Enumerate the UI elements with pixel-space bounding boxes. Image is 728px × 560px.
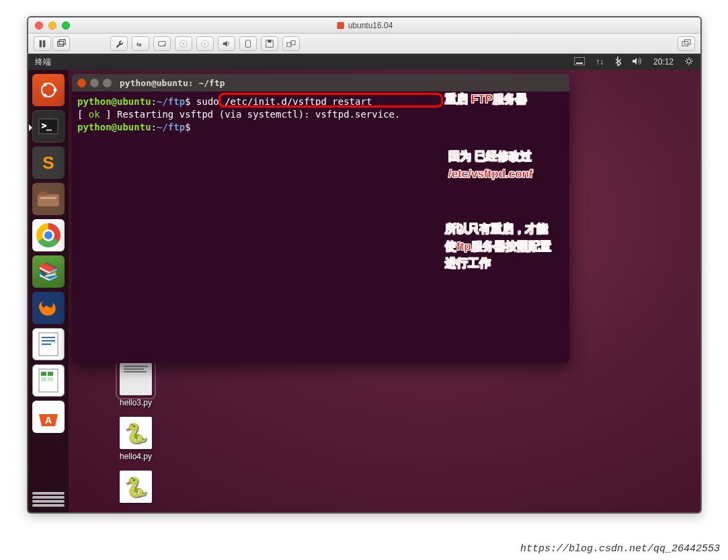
launcher-dash[interactable] bbox=[32, 74, 65, 106]
clock[interactable]: 20:12 bbox=[653, 57, 674, 67]
network-button[interactable]: ⇆ bbox=[132, 36, 149, 51]
disk-button[interactable] bbox=[153, 36, 171, 51]
svg-point-7 bbox=[164, 44, 165, 45]
svg-rect-35 bbox=[42, 344, 51, 345]
term-maximize-button[interactable] bbox=[103, 79, 112, 87]
chrome-icon bbox=[36, 223, 60, 247]
svg-rect-1 bbox=[40, 40, 42, 47]
svg-point-25 bbox=[44, 94, 47, 97]
fullscreen-button[interactable] bbox=[678, 36, 695, 51]
svg-text:⇆: ⇆ bbox=[136, 40, 142, 47]
annotation-3: 所以只有重启，才能使ftp服务器按照配置进行工作 bbox=[445, 221, 553, 272]
svg-rect-12 bbox=[246, 40, 251, 47]
desktop-file-hello4[interactable]: 🐍 hello4.py bbox=[109, 417, 163, 461]
gear-icon[interactable] bbox=[684, 56, 694, 68]
pause-button[interactable] bbox=[34, 36, 51, 51]
terminal-line-3: python@ubuntu:~/ftp$ bbox=[77, 121, 564, 134]
cd-button-2[interactable] bbox=[196, 36, 214, 51]
network-indicator-icon[interactable]: ↑↓ bbox=[596, 57, 604, 67]
command-text: sudo /etc/init.d/vsftpd restart bbox=[196, 96, 372, 107]
python-file-icon: 🐍 bbox=[120, 417, 152, 449]
svg-rect-40 bbox=[48, 377, 53, 381]
launcher-terminal[interactable]: >_ bbox=[32, 110, 65, 143]
launcher-software[interactable]: A bbox=[32, 401, 65, 433]
close-button[interactable] bbox=[35, 22, 43, 30]
vm-window: ubuntu16.04 ⇆ bbox=[27, 16, 702, 514]
svg-rect-37 bbox=[41, 372, 46, 376]
writer-icon bbox=[38, 331, 59, 357]
annotation-1: 重启 FTP服务器 bbox=[445, 91, 532, 108]
cd-icon bbox=[200, 39, 210, 48]
cd-button-1[interactable] bbox=[175, 36, 192, 51]
share-button[interactable] bbox=[282, 36, 300, 51]
svg-point-21 bbox=[687, 59, 691, 63]
popup-button[interactable] bbox=[52, 36, 70, 51]
terminal-titlebar[interactable]: python@ubuntu: ~/ftp bbox=[72, 74, 569, 91]
launcher-calc[interactable] bbox=[32, 364, 65, 397]
svg-rect-15 bbox=[287, 42, 291, 46]
watermark: https://blog.csdn.net/qq_26442553 bbox=[520, 543, 720, 555]
desktop-file-partial[interactable]: 🐍 bbox=[109, 471, 163, 506]
zoom-button[interactable] bbox=[62, 22, 70, 30]
term-close-button[interactable] bbox=[77, 79, 86, 87]
terminal-title: python@ubuntu: ~/ftp bbox=[120, 78, 225, 88]
books-icon: 📚 bbox=[38, 262, 59, 282]
mac-traffic-lights bbox=[28, 22, 70, 30]
calc-icon bbox=[38, 368, 59, 393]
svg-rect-29 bbox=[39, 192, 47, 196]
annotation-2: 因为 已经修改过 /etc/vsftpd.conf bbox=[448, 148, 542, 182]
vm-toolbar: ⇆ bbox=[28, 34, 700, 54]
disk-icon bbox=[157, 39, 167, 48]
unity-launcher: >_ S 📚 A bbox=[28, 70, 69, 512]
popup-icon bbox=[56, 39, 66, 48]
svg-point-9 bbox=[183, 42, 185, 44]
svg-rect-20 bbox=[576, 63, 583, 64]
minimize-button[interactable] bbox=[48, 22, 56, 30]
cd-icon bbox=[179, 39, 188, 48]
network-icon: ⇆ bbox=[136, 39, 145, 48]
launcher-files[interactable] bbox=[32, 183, 65, 215]
launcher-firefox[interactable] bbox=[32, 292, 65, 324]
usb-icon bbox=[243, 39, 253, 48]
floppy-button[interactable] bbox=[261, 36, 278, 51]
file-label: hello4.py bbox=[109, 452, 163, 461]
svg-point-23 bbox=[54, 89, 57, 92]
ubuntu-desktop: 终端 ↑↓ 20:12 bbox=[28, 54, 700, 512]
pause-icon bbox=[38, 39, 47, 48]
svg-rect-2 bbox=[43, 40, 46, 47]
vm-icon bbox=[336, 21, 346, 30]
launcher-books[interactable]: 📚 bbox=[32, 255, 65, 288]
active-app-name: 终端 bbox=[35, 56, 58, 68]
svg-rect-30 bbox=[40, 197, 56, 199]
svg-rect-17 bbox=[682, 41, 688, 46]
sound-button[interactable] bbox=[218, 36, 235, 51]
share-icon bbox=[286, 39, 296, 48]
ubuntu-top-panel: 终端 ↑↓ 20:12 bbox=[28, 54, 700, 70]
usb-button[interactable] bbox=[239, 36, 257, 51]
launcher-drawer[interactable] bbox=[32, 492, 65, 507]
mac-titlebar: ubuntu16.04 bbox=[28, 17, 700, 34]
launcher-chrome[interactable] bbox=[32, 219, 65, 251]
volume-icon[interactable] bbox=[632, 57, 643, 67]
file-label: hello3.py bbox=[109, 398, 163, 407]
keyboard-icon[interactable] bbox=[574, 57, 585, 67]
ubuntu-logo-icon bbox=[39, 81, 58, 99]
software-icon: A bbox=[36, 406, 60, 428]
wrench-icon bbox=[114, 39, 124, 48]
sound-icon bbox=[222, 39, 231, 48]
term-minimize-button[interactable] bbox=[90, 79, 99, 87]
svg-rect-14 bbox=[268, 40, 271, 42]
desktop-file-hello3[interactable]: hello3.py bbox=[109, 363, 163, 407]
launcher-sublime[interactable]: S bbox=[32, 147, 65, 179]
svg-point-11 bbox=[204, 42, 206, 44]
terminal-window: python@ubuntu: ~/ftp python@ubuntu:~/ftp… bbox=[72, 74, 569, 363]
terminal-icon: >_ bbox=[38, 118, 58, 134]
svg-rect-39 bbox=[41, 377, 46, 381]
svg-rect-33 bbox=[42, 337, 55, 338]
svg-point-24 bbox=[44, 83, 47, 87]
bluetooth-icon[interactable] bbox=[614, 56, 621, 68]
launcher-writer[interactable] bbox=[32, 328, 65, 360]
settings-button[interactable] bbox=[110, 36, 128, 51]
svg-rect-28 bbox=[38, 194, 59, 206]
svg-text:A: A bbox=[45, 415, 52, 426]
